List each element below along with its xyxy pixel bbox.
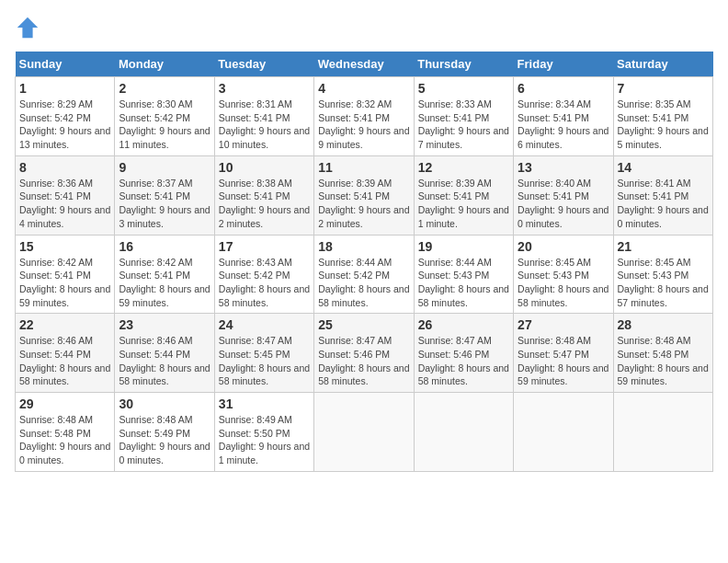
calendar-cell: 8Sunrise: 8:36 AMSunset: 5:41 PMDaylight…	[16, 155, 115, 235]
day-number: 12	[418, 160, 509, 175]
week-row: 29Sunrise: 8:48 AMSunset: 5:48 PMDayligh…	[16, 393, 713, 472]
calendar-cell: 3Sunrise: 8:31 AMSunset: 5:41 PMDaylight…	[214, 77, 313, 156]
calendar-cell: 25Sunrise: 8:47 AMSunset: 5:46 PMDayligh…	[314, 314, 414, 393]
calendar-cell	[414, 393, 513, 472]
day-number: 3	[219, 81, 310, 96]
day-number: 25	[318, 317, 409, 332]
calendar-cell: 28Sunrise: 8:48 AMSunset: 5:48 PMDayligh…	[613, 314, 712, 393]
day-number: 21	[618, 239, 709, 254]
day-info: Sunrise: 8:47 AMSunset: 5:45 PMDaylight:…	[219, 334, 310, 388]
day-number: 19	[418, 239, 509, 254]
calendar-cell: 9Sunrise: 8:37 AMSunset: 5:41 PMDaylight…	[115, 155, 214, 235]
day-number: 31	[219, 396, 310, 411]
day-info: Sunrise: 8:44 AMSunset: 5:42 PMDaylight:…	[318, 256, 409, 310]
day-number: 10	[219, 160, 310, 175]
calendar-cell: 30Sunrise: 8:48 AMSunset: 5:49 PMDayligh…	[115, 393, 214, 472]
day-info: Sunrise: 8:42 AMSunset: 5:41 PMDaylight:…	[119, 256, 210, 310]
calendar-cell: 26Sunrise: 8:47 AMSunset: 5:46 PMDayligh…	[414, 314, 513, 393]
day-info: Sunrise: 8:39 AMSunset: 5:41 PMDaylight:…	[418, 177, 509, 231]
day-info: Sunrise: 8:41 AMSunset: 5:41 PMDaylight:…	[618, 177, 709, 231]
calendar-cell: 31Sunrise: 8:49 AMSunset: 5:50 PMDayligh…	[214, 393, 313, 472]
day-number: 9	[119, 160, 210, 175]
header	[15, 15, 713, 40]
calendar-cell: 7Sunrise: 8:35 AMSunset: 5:41 PMDaylight…	[613, 77, 712, 156]
calendar-cell: 27Sunrise: 8:48 AMSunset: 5:47 PMDayligh…	[514, 314, 613, 393]
calendar-cell	[314, 393, 414, 472]
day-info: Sunrise: 8:42 AMSunset: 5:41 PMDaylight:…	[19, 256, 110, 310]
day-info: Sunrise: 8:33 AMSunset: 5:41 PMDaylight:…	[418, 98, 509, 152]
calendar-cell: 21Sunrise: 8:45 AMSunset: 5:43 PMDayligh…	[613, 235, 712, 314]
calendar-cell: 13Sunrise: 8:40 AMSunset: 5:41 PMDayligh…	[514, 155, 613, 235]
calendar-cell: 19Sunrise: 8:44 AMSunset: 5:43 PMDayligh…	[414, 235, 513, 314]
day-info: Sunrise: 8:48 AMSunset: 5:47 PMDaylight:…	[518, 334, 609, 388]
day-info: Sunrise: 8:37 AMSunset: 5:41 PMDaylight:…	[119, 177, 210, 231]
day-number: 24	[219, 317, 310, 332]
day-info: Sunrise: 8:45 AMSunset: 5:43 PMDaylight:…	[618, 256, 709, 310]
day-number: 29	[19, 396, 110, 411]
day-header-friday: Friday	[514, 52, 613, 77]
week-row: 1Sunrise: 8:29 AMSunset: 5:42 PMDaylight…	[16, 77, 713, 156]
day-info: Sunrise: 8:29 AMSunset: 5:42 PMDaylight:…	[19, 98, 110, 152]
calendar-cell	[613, 393, 712, 472]
calendar-cell: 15Sunrise: 8:42 AMSunset: 5:41 PMDayligh…	[16, 235, 115, 314]
calendar-cell	[514, 393, 613, 472]
day-info: Sunrise: 8:38 AMSunset: 5:41 PMDaylight:…	[219, 177, 310, 231]
day-number: 2	[119, 81, 210, 96]
day-header-monday: Monday	[115, 52, 214, 77]
day-number: 16	[119, 239, 210, 254]
day-info: Sunrise: 8:35 AMSunset: 5:41 PMDaylight:…	[618, 98, 709, 152]
day-header-thursday: Thursday	[414, 52, 513, 77]
day-number: 22	[19, 317, 110, 332]
day-number: 26	[418, 317, 509, 332]
calendar-cell: 4Sunrise: 8:32 AMSunset: 5:41 PMDaylight…	[314, 77, 414, 156]
day-info: Sunrise: 8:48 AMSunset: 5:48 PMDaylight:…	[618, 334, 709, 388]
calendar-body: 1Sunrise: 8:29 AMSunset: 5:42 PMDaylight…	[16, 77, 713, 472]
day-info: Sunrise: 8:30 AMSunset: 5:42 PMDaylight:…	[119, 98, 210, 152]
calendar-cell: 2Sunrise: 8:30 AMSunset: 5:42 PMDaylight…	[115, 77, 214, 156]
calendar-cell: 16Sunrise: 8:42 AMSunset: 5:41 PMDayligh…	[115, 235, 214, 314]
day-number: 5	[418, 81, 509, 96]
day-header-sunday: Sunday	[16, 52, 115, 77]
calendar-cell: 11Sunrise: 8:39 AMSunset: 5:41 PMDayligh…	[314, 155, 414, 235]
day-info: Sunrise: 8:49 AMSunset: 5:50 PMDaylight:…	[219, 413, 310, 467]
day-number: 11	[318, 160, 409, 175]
day-number: 17	[219, 239, 310, 254]
day-number: 27	[518, 317, 609, 332]
logo-icon	[15, 15, 40, 40]
calendar: SundayMondayTuesdayWednesdayThursdayFrid…	[15, 52, 713, 472]
day-info: Sunrise: 8:43 AMSunset: 5:42 PMDaylight:…	[219, 256, 310, 310]
day-number: 8	[19, 160, 110, 175]
day-info: Sunrise: 8:48 AMSunset: 5:48 PMDaylight:…	[19, 413, 110, 467]
day-number: 28	[618, 317, 709, 332]
day-info: Sunrise: 8:34 AMSunset: 5:41 PMDaylight:…	[518, 98, 609, 152]
week-row: 8Sunrise: 8:36 AMSunset: 5:41 PMDaylight…	[16, 155, 713, 235]
day-info: Sunrise: 8:48 AMSunset: 5:49 PMDaylight:…	[119, 413, 210, 467]
day-info: Sunrise: 8:36 AMSunset: 5:41 PMDaylight:…	[19, 177, 110, 231]
calendar-cell: 6Sunrise: 8:34 AMSunset: 5:41 PMDaylight…	[514, 77, 613, 156]
day-info: Sunrise: 8:39 AMSunset: 5:41 PMDaylight:…	[318, 177, 409, 231]
calendar-cell: 10Sunrise: 8:38 AMSunset: 5:41 PMDayligh…	[214, 155, 313, 235]
calendar-cell: 14Sunrise: 8:41 AMSunset: 5:41 PMDayligh…	[613, 155, 712, 235]
day-number: 1	[19, 81, 110, 96]
day-header-tuesday: Tuesday	[214, 52, 313, 77]
day-number: 30	[119, 396, 210, 411]
calendar-header: SundayMondayTuesdayWednesdayThursdayFrid…	[16, 52, 713, 77]
calendar-cell: 17Sunrise: 8:43 AMSunset: 5:42 PMDayligh…	[214, 235, 313, 314]
day-info: Sunrise: 8:32 AMSunset: 5:41 PMDaylight:…	[318, 98, 409, 152]
day-info: Sunrise: 8:40 AMSunset: 5:41 PMDaylight:…	[518, 177, 609, 231]
calendar-cell: 22Sunrise: 8:46 AMSunset: 5:44 PMDayligh…	[16, 314, 115, 393]
day-number: 4	[318, 81, 409, 96]
day-number: 13	[518, 160, 609, 175]
calendar-cell: 20Sunrise: 8:45 AMSunset: 5:43 PMDayligh…	[514, 235, 613, 314]
week-row: 15Sunrise: 8:42 AMSunset: 5:41 PMDayligh…	[16, 235, 713, 314]
logo	[15, 15, 44, 40]
calendar-cell: 5Sunrise: 8:33 AMSunset: 5:41 PMDaylight…	[414, 77, 513, 156]
calendar-cell: 23Sunrise: 8:46 AMSunset: 5:44 PMDayligh…	[115, 314, 214, 393]
day-info: Sunrise: 8:46 AMSunset: 5:44 PMDaylight:…	[119, 334, 210, 388]
day-info: Sunrise: 8:47 AMSunset: 5:46 PMDaylight:…	[418, 334, 509, 388]
day-info: Sunrise: 8:47 AMSunset: 5:46 PMDaylight:…	[318, 334, 409, 388]
day-number: 14	[618, 160, 709, 175]
day-number: 6	[518, 81, 609, 96]
day-header-saturday: Saturday	[613, 52, 712, 77]
svg-marker-0	[17, 17, 38, 38]
